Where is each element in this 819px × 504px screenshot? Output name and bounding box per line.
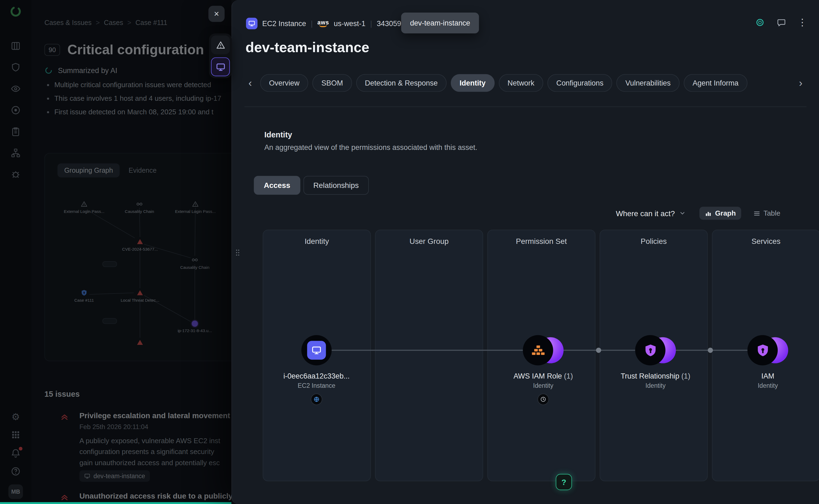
chevron-down-icon	[679, 210, 686, 217]
help-button[interactable]: ?	[556, 474, 572, 490]
node-sublabel: Identity	[716, 382, 819, 389]
clock-icon	[540, 396, 547, 402]
modal-backdrop[interactable]	[0, 0, 231, 504]
alert-triangle-icon	[215, 40, 225, 50]
asset-title: dev-team-instance	[245, 40, 369, 56]
kebab-icon: ⋮	[798, 17, 807, 28]
tab-vulnerabilities[interactable]: Vulnerabilities	[617, 74, 680, 92]
policy-shield-icon	[643, 343, 658, 358]
header-divider: |	[370, 19, 372, 28]
view-toggle-group: Graph Table	[699, 207, 786, 220]
asset-drawer: EC2 Instance | aws us-west-1 | 343059098…	[231, 0, 819, 504]
where-can-it-act-dropdown[interactable]: Where can it act?	[616, 209, 686, 218]
app-root: ⚙ MB Cases & Issues > Cases > Case #111 …	[0, 0, 819, 504]
close-icon: ×	[214, 9, 219, 19]
identity-graph: Identity User Group Permission Set Polic…	[263, 230, 819, 481]
tab-network[interactable]: Network	[499, 74, 543, 92]
node-label: i-0eec6aa12c33eb...	[264, 372, 369, 380]
scanner-status-button[interactable]	[755, 18, 765, 27]
question-mark-icon: ?	[562, 478, 566, 487]
ec2-asset-icon	[246, 18, 257, 29]
tab-configurations[interactable]: Configurations	[548, 74, 613, 92]
dock-asset-button[interactable]	[211, 57, 230, 76]
table-icon	[753, 210, 760, 217]
header-divider: |	[311, 19, 313, 28]
tabs-scroll-right-button[interactable]: ›	[795, 77, 807, 89]
node-label: AWS IAM Role (1)	[491, 372, 595, 380]
tab-sbom[interactable]: SBOM	[312, 74, 352, 92]
access-toggle-button[interactable]: Access	[254, 176, 300, 195]
node-aws-iam-role[interactable]: AWS IAM Role (1) Identity	[491, 335, 595, 405]
identity-section-heading: Identity	[264, 130, 292, 139]
service-shield-icon	[755, 343, 770, 358]
graph-controls: Where can it act? Graph Table	[616, 207, 786, 220]
tabs-scroll-left-button[interactable]: ‹	[244, 77, 256, 89]
bottom-scroll-indicator[interactable]	[0, 502, 231, 504]
node-label: IAM	[716, 372, 819, 380]
table-view-button[interactable]: Table	[748, 207, 786, 220]
drawer-tab-bar: ‹ Overview SBOM Detection & Response Ide…	[244, 73, 807, 93]
close-drawer-button[interactable]: ×	[208, 6, 225, 22]
node-sublabel: Identity	[491, 382, 595, 389]
identity-mode-toggle: Access Relationships	[254, 176, 369, 195]
aws-smile-icon	[319, 24, 327, 27]
node-sublabel: Identity	[603, 382, 708, 389]
tabs-scroll-area: Overview SBOM Detection & Response Ident…	[260, 74, 791, 92]
aws-logo: aws	[317, 20, 329, 27]
edge-junction-dot	[708, 348, 713, 353]
node-ec2-instance[interactable]: i-0eec6aa12c33eb... EC2 Instance	[264, 335, 369, 405]
tab-detection-response[interactable]: Detection & Response	[356, 74, 447, 92]
internet-exposure-badge	[311, 393, 322, 405]
dock-alerts-button[interactable]	[211, 36, 230, 54]
radar-ring-icon	[755, 18, 765, 27]
edge-junction-dot	[596, 348, 601, 353]
drawer-actions: ⋮	[755, 17, 806, 28]
more-actions-button[interactable]: ⋮	[798, 17, 807, 28]
temporary-credentials-badge	[538, 393, 549, 405]
relationships-toggle-button[interactable]: Relationships	[303, 176, 368, 195]
chevron-left-icon: ‹	[248, 77, 252, 89]
monitor-icon	[215, 62, 225, 72]
region-label: us-west-1	[334, 19, 365, 28]
node-sublabel: EC2 Instance	[264, 382, 369, 389]
iam-role-icon	[531, 343, 546, 358]
identity-section-description: An aggregated view of the permissions as…	[264, 143, 478, 152]
comments-button[interactable]	[777, 18, 786, 27]
tab-overview[interactable]: Overview	[260, 74, 308, 92]
asset-header: EC2 Instance | aws us-west-1 | 343059098	[246, 18, 413, 29]
tab-divider	[244, 106, 807, 107]
bar-chart-icon	[705, 210, 712, 217]
asset-type-label: EC2 Instance	[262, 19, 306, 28]
drag-dots-icon	[233, 248, 242, 257]
drawer-resize-handle[interactable]	[233, 248, 242, 257]
ec2-node-icon	[307, 341, 326, 360]
node-label: Trust Relationship (1)	[603, 372, 708, 380]
node-iam-service[interactable]: IAM Identity	[716, 335, 819, 389]
tab-agent-information[interactable]: Agent Informa	[684, 74, 747, 92]
column-user-group: User Group	[375, 230, 483, 481]
drawer-side-dock	[209, 33, 232, 78]
graph-view-button[interactable]: Graph	[699, 207, 741, 220]
node-trust-relationship[interactable]: Trust Relationship (1) Identity	[603, 335, 708, 389]
chevron-right-icon: ›	[799, 77, 802, 89]
tooltip: dev-team-instance	[401, 12, 479, 33]
globe-icon	[313, 396, 319, 402]
chat-icon	[777, 18, 786, 27]
tab-identity[interactable]: Identity	[451, 74, 495, 92]
